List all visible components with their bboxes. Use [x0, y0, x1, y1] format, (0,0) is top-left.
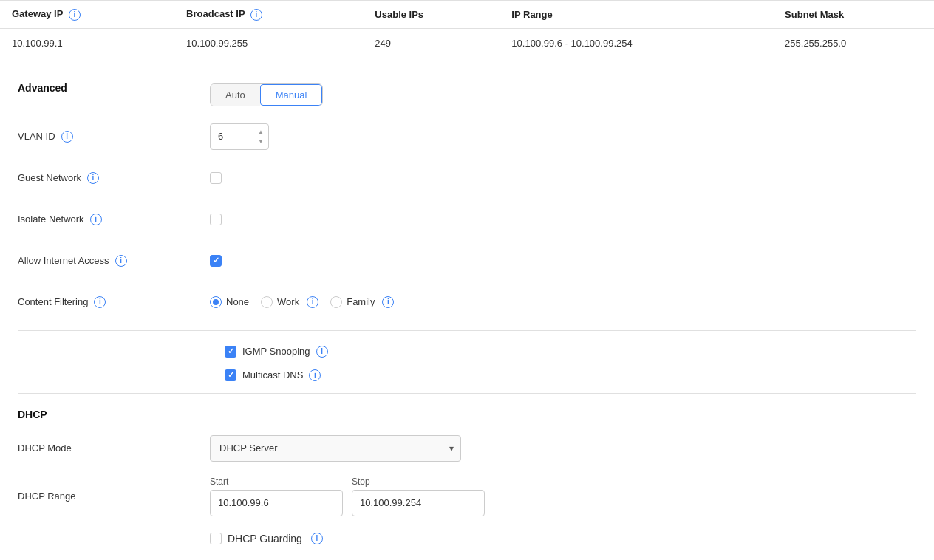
dhcp-title: DHCP	[18, 409, 916, 420]
dhcp-guarding-info-icon[interactable]: i	[311, 533, 323, 544]
start-field-wrap: Start	[210, 477, 343, 516]
gateway-ip-value: 10.100.99.1	[0, 28, 174, 58]
dhcp-guarding-checkbox[interactable]	[210, 533, 222, 544]
broadcast-ip-info-icon[interactable]: i	[250, 9, 262, 21]
isolate-network-label: Isolate Network	[18, 214, 84, 225]
auto-mode-button[interactable]: Auto	[211, 84, 260, 106]
guest-network-checkbox[interactable]	[210, 172, 222, 184]
start-label: Start	[210, 477, 343, 487]
isolate-network-row: Isolate Network i	[18, 206, 916, 233]
dhcp-guarding-inner: DHCP Guarding i	[210, 533, 323, 544]
dhcp-guarding-label: DHCP Guarding	[228, 533, 302, 544]
filter-none-label: None	[226, 296, 249, 307]
usable-ips-value: 249	[363, 28, 500, 58]
isolate-network-info-icon[interactable]: i	[90, 214, 102, 225]
dhcp-mode-select[interactable]: DHCP Server	[210, 435, 461, 462]
dhcp-mode-select-wrapper: DHCP Server ▾	[210, 435, 461, 462]
igmp-snooping-checkbox[interactable]	[225, 346, 236, 358]
divider-2	[18, 393, 916, 394]
guest-network-info-icon[interactable]: i	[87, 172, 99, 184]
vlan-id-info-icon[interactable]: i	[61, 131, 73, 143]
filter-none-radio[interactable]	[210, 296, 222, 308]
igmp-snooping-info-icon[interactable]: i	[316, 346, 328, 358]
broadcast-ip-value: 10.100.99.255	[174, 28, 363, 58]
igmp-snooping-row: IGMP Snooping i	[225, 346, 916, 358]
allow-internet-row: Allow Internet Access i	[18, 247, 916, 274]
isolate-network-checkbox[interactable]	[210, 214, 222, 225]
multicast-dns-checkbox[interactable]	[225, 369, 236, 381]
dhcp-mode-label: DHCP Mode	[18, 443, 72, 454]
content-filtering-radio-group: None Work i Family i	[210, 296, 394, 308]
vlan-id-down-arrow[interactable]: ▼	[256, 137, 266, 146]
filter-work-radio[interactable]	[261, 296, 273, 308]
usable-ips-header: Usable IPs	[363, 1, 500, 29]
mode-toggle-group: Auto Manual	[210, 83, 323, 106]
divider-1	[18, 330, 916, 331]
dhcp-stop-input[interactable]	[352, 490, 485, 516]
dhcp-range-inputs: Start Stop	[210, 477, 485, 516]
advanced-header-row: Advanced Auto Manual	[18, 82, 916, 109]
vlan-id-label: VLAN ID	[18, 131, 55, 142]
advanced-title: Advanced	[18, 82, 67, 94]
content-filtering-row: Content Filtering i None Work i	[18, 289, 916, 315]
manual-mode-button[interactable]: Manual	[260, 84, 323, 106]
filter-family-radio[interactable]	[330, 296, 342, 308]
filter-work-label: Work	[277, 296, 299, 307]
stop-field-wrap: Stop	[352, 477, 485, 516]
multicast-dns-label: Multicast DNS	[242, 369, 303, 380]
stop-label: Stop	[352, 477, 485, 487]
dhcp-mode-row: DHCP Mode DHCP Server ▾	[18, 435, 916, 462]
filter-none-option[interactable]: None	[210, 296, 249, 308]
allow-internet-info-icon[interactable]: i	[115, 255, 127, 267]
allow-internet-checkbox[interactable]	[210, 255, 222, 267]
dhcp-section: DHCP DHCP Mode DHCP Server ▾	[18, 409, 916, 560]
ip-range-value: 10.100.99.6 - 10.100.99.254	[500, 28, 773, 58]
content-filtering-info-icon[interactable]: i	[94, 296, 106, 308]
guest-network-row: Guest Network i	[18, 165, 916, 191]
vlan-id-up-arrow[interactable]: ▲	[256, 127, 266, 136]
vlan-id-arrows: ▲ ▼	[256, 127, 266, 146]
filter-family-option[interactable]: Family i	[330, 296, 394, 308]
vlan-id-spinner: ▲ ▼	[210, 123, 269, 150]
table-row: 10.100.99.1 10.100.99.255 249 10.100.99.…	[0, 28, 934, 58]
advanced-section: Advanced Auto Manual VLAN ID i	[0, 58, 934, 560]
gateway-ip-header: Gateway IP i	[0, 1, 174, 29]
igmp-snooping-label: IGMP Snooping	[242, 346, 310, 357]
allow-internet-label: Allow Internet Access	[18, 255, 109, 266]
dhcp-range-row: DHCP Range Start Stop	[18, 477, 916, 516]
dhcp-start-input[interactable]	[210, 490, 343, 516]
vlan-id-row: VLAN ID i ▲ ▼	[18, 123, 916, 150]
dhcp-range-label: DHCP Range	[18, 491, 76, 502]
multicast-dns-info-icon[interactable]: i	[309, 369, 321, 381]
igmp-section: IGMP Snooping i Multicast DNS i	[18, 346, 916, 381]
filter-work-option[interactable]: Work i	[261, 296, 318, 308]
ip-info-table: Gateway IP i Broadcast IP i Usable IPs I…	[0, 0, 934, 58]
subnet-mask-header: Subnet Mask	[773, 1, 934, 29]
filter-work-info-icon[interactable]: i	[307, 296, 318, 308]
content-filtering-label: Content Filtering	[18, 296, 88, 307]
guest-network-label: Guest Network	[18, 172, 81, 183]
ip-range-header: IP Range	[500, 1, 773, 29]
filter-family-label: Family	[347, 296, 375, 307]
filter-family-info-icon[interactable]: i	[382, 296, 394, 308]
subnet-mask-value: 255.255.255.0	[773, 28, 934, 58]
dhcp-guarding-row: DHCP Guarding i	[18, 531, 916, 558]
dhcp-range-group: Start Stop	[210, 477, 485, 516]
gateway-ip-info-icon[interactable]: i	[69, 9, 81, 21]
multicast-dns-row: Multicast DNS i	[225, 369, 916, 381]
broadcast-ip-header: Broadcast IP i	[174, 1, 363, 29]
